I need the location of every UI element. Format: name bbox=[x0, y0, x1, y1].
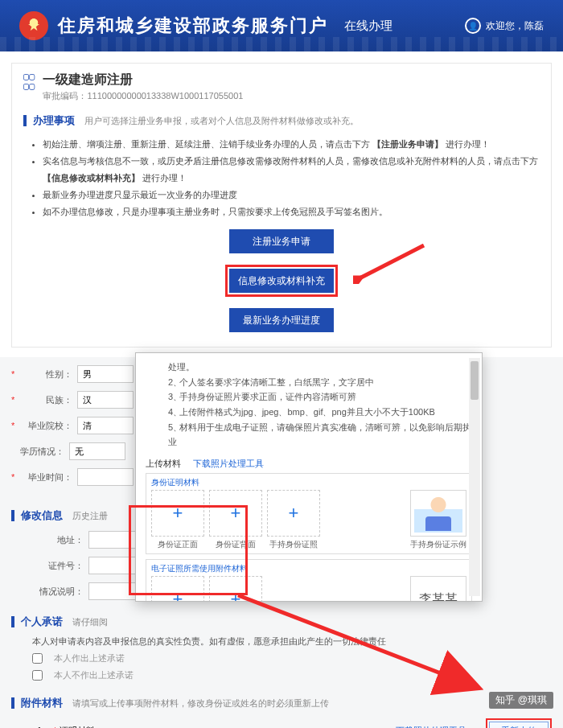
module-icon: ▢▢▢▢ bbox=[23, 72, 35, 91]
breadcrumb-subpage: 在线办理 bbox=[344, 19, 392, 34]
note-4: 如不办理信息修改，只是办理事项主册业务时，只需按要求上传免冠照及手写签名图片。 bbox=[43, 204, 540, 220]
rule-intro: 处理。 bbox=[168, 362, 195, 372]
commit-yes-checkbox[interactable] bbox=[32, 653, 43, 664]
dialog-section-upload: 上传材料 下载照片处理工具 bbox=[146, 458, 472, 470]
cap-id-front: 身份证正面 bbox=[151, 539, 204, 550]
matters-title: 办理事项 bbox=[33, 113, 75, 128]
dialog-rules: 处理。 2、个人签名要求字体清晰工整，白纸黑字，文字居中 3、手持身份证照片要求… bbox=[168, 360, 472, 450]
upload-signature[interactable]: + bbox=[209, 576, 262, 602]
reupload-button[interactable]: 重新上传 bbox=[489, 722, 549, 728]
latest-progress-button[interactable]: 最新业务办理进度 bbox=[229, 308, 334, 332]
ethnic-field[interactable] bbox=[77, 391, 134, 409]
svg-line-0 bbox=[358, 245, 424, 279]
cert-label: 证件号： bbox=[31, 560, 84, 572]
modify-supplement-button[interactable]: 信息修改或材料补充 bbox=[229, 269, 334, 293]
grad-school-label: 毕业院校： bbox=[19, 420, 72, 432]
edu-label: 学历情况： bbox=[11, 446, 64, 458]
watermark: 知乎 @琪琪 bbox=[489, 692, 553, 709]
serial-label: 审批编码： bbox=[43, 91, 87, 101]
desc-field[interactable] bbox=[88, 582, 137, 600]
skyline-decoration bbox=[0, 37, 563, 51]
dialog-scrollbar[interactable] bbox=[469, 358, 480, 596]
address-label: 地址： bbox=[31, 534, 84, 546]
gender-field[interactable] bbox=[77, 365, 134, 383]
site-title: 住房和城乡建设部政务服务门户 bbox=[58, 14, 328, 38]
action-button-column: 注册业务申请 信息修改或材料补充 最新业务办理进度 bbox=[23, 229, 540, 332]
download-tool-link[interactable]: 下载照片处理工具 bbox=[193, 459, 264, 468]
commitment-text: 本人对申请表内容及申报信息的真实性负责。如有虚假，愿意承担由此产生的一切法律责任 bbox=[32, 635, 552, 648]
highlight-frame-modify: 信息修改或材料补充 bbox=[225, 265, 338, 297]
cap-id-hold: 手持身份证照 bbox=[267, 539, 320, 550]
section-attachments-title: 附件材料 请填写或上传事项附件材料，修改身份证或姓名的时必须重新上传 bbox=[11, 696, 552, 710]
section-commitment-title: 个人承诺 请仔细阅 bbox=[11, 615, 552, 629]
gender-label: 性别： bbox=[19, 368, 72, 380]
rule-3: 手持身份证照片要求正面，证件内容清晰可辨 bbox=[179, 392, 356, 401]
example-signature: 李某某 bbox=[410, 576, 466, 602]
rule-4: 上传附件格式为jpg、jpeg、bmp、gif、png并且大小不大于100KB bbox=[179, 407, 435, 417]
address-field[interactable] bbox=[88, 531, 137, 549]
commit-yes-label: 本人作出上述承诺 bbox=[54, 652, 125, 664]
attachments-subtitle: 请填写或上传事项附件材料，修改身份证或姓名的时必须重新上传 bbox=[72, 697, 329, 709]
grad-date-label: 毕业时间： bbox=[19, 471, 72, 483]
id-group-title: 身份证明材料 bbox=[151, 477, 466, 488]
matters-subtitle: 用户可选择注册业务申报，或者对个人信息及附件材料做修改或补充。 bbox=[84, 115, 359, 127]
license-material-group: 电子证照所需使用附件材料 + 免冠证件照 + 手写签名 李某某 手写签名示例 bbox=[146, 559, 472, 602]
upload-dialog: 处理。 2、个人签名要求字体清晰工整，白纸黑字，文字居中 3、手持身份证照片要求… bbox=[135, 352, 483, 602]
cert-field[interactable] bbox=[88, 557, 137, 574]
note-2: 实名信息与考核信息不一致，或历史矛盾注册信息修改需修改附件材料的人员，需修改信息… bbox=[43, 153, 540, 187]
matters-notes: 初始注册、增项注册、重新注册、延续注册、注销手续业务办理的人员，请点击下方 【注… bbox=[23, 136, 540, 220]
main-panel: ▢▢▢▢ 一级建造师注册 审批编码：11100000000013338W1000… bbox=[11, 63, 552, 348]
download-photo-tool-link[interactable]: 下载照片处理工具 bbox=[396, 725, 466, 728]
section-matters-title: 办理事项 用户可选择注册业务申报，或者对个人信息及附件材料做修改或补充。 bbox=[23, 113, 540, 128]
user-area[interactable]: 欢迎您，陈磊 bbox=[465, 18, 544, 34]
upload-id-front[interactable]: + bbox=[151, 490, 204, 537]
grad-date-field[interactable] bbox=[77, 468, 134, 486]
panel-header: ▢▢▢▢ 一级建造师注册 审批编码：11100000000013338W1000… bbox=[23, 72, 540, 102]
grad-school-field[interactable] bbox=[77, 417, 134, 434]
serial-value: 11100000000013338W1000117055001 bbox=[87, 91, 243, 101]
commit-no-label: 本人不作出上述承诺 bbox=[54, 669, 134, 681]
national-emblem-icon bbox=[19, 11, 48, 40]
note-3: 最新业务办理进度只显示最近一次业务的办理进度 bbox=[43, 187, 540, 204]
commitment-title: 个人承诺 bbox=[21, 615, 63, 629]
panel-title: 一级建造师注册 bbox=[43, 72, 243, 88]
attachment-row-1: 1． * 证明材料 下载照片处理工具 重新上传 bbox=[37, 718, 552, 728]
commitment-options: 本人作出上述承诺 本人不作出上述承诺 bbox=[11, 652, 552, 681]
rule-2: 个人签名要求字体清晰工整，白纸黑字，文字居中 bbox=[179, 377, 374, 387]
license-group-title: 电子证照所需使用附件材料 bbox=[151, 563, 466, 574]
panel-serial: 审批编码：11100000000013338W1000117055001 bbox=[43, 90, 243, 102]
upload-id-hold[interactable]: + bbox=[267, 490, 320, 537]
id-material-group: 身份证明材料 + 身份证正面 + 身份证背面 + 手持身份证照 手持身份证示例 bbox=[146, 473, 472, 554]
cap-id-back: 身份证背面 bbox=[209, 539, 262, 550]
cap-example-photo: 手持身份证示例 bbox=[410, 539, 466, 550]
ethnic-label: 民族： bbox=[19, 394, 72, 406]
modify-subtitle: 历史注册 bbox=[72, 510, 108, 522]
commitment-subtitle: 请仔细阅 bbox=[72, 616, 108, 628]
commit-no-checkbox[interactable] bbox=[32, 670, 43, 681]
rule-5: 材料用于生成电子证照，请确保照片真实准确，清晰可辨，以免影响后期执业 bbox=[168, 422, 471, 447]
note-1: 初始注册、增项注册、重新注册、延续注册、注销手续业务办理的人员，请点击下方 【注… bbox=[43, 136, 540, 153]
app-header: 住房和城乡建设部政务服务门户 在线办理 欢迎您，陈磊 bbox=[0, 0, 563, 51]
user-avatar-icon bbox=[465, 18, 481, 34]
desc-label: 情况说明： bbox=[31, 586, 84, 598]
upload-id-back[interactable]: + bbox=[209, 490, 262, 537]
upload-section-label: 上传材料 bbox=[146, 459, 181, 468]
example-hold-photo bbox=[410, 490, 466, 537]
modify-title: 修改信息 bbox=[21, 508, 63, 523]
welcome-text: 欢迎您，陈磊 bbox=[486, 19, 544, 33]
register-apply-button[interactable]: 注册业务申请 bbox=[229, 229, 334, 253]
highlight-frame-upload: 重新上传 bbox=[486, 718, 552, 728]
annotation-arrow-to-modify bbox=[353, 244, 425, 284]
edu-field[interactable] bbox=[69, 442, 125, 460]
upload-bare-photo[interactable]: + bbox=[151, 576, 204, 602]
attachments-title: 附件材料 bbox=[21, 696, 63, 710]
